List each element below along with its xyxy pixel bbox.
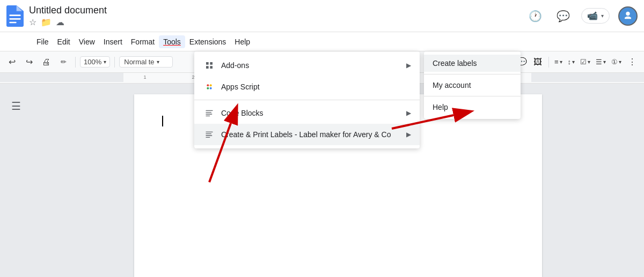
svg-rect-5 — [531, 71, 644, 82]
menu-extensions[interactable]: Extensions — [185, 35, 230, 48]
zoom-selector[interactable]: 100% ▾ — [80, 56, 110, 68]
undo-button[interactable]: ↩ — [4, 55, 19, 70]
addons-arrow: ▶ — [406, 62, 411, 69]
video-call-button[interactable]: 📹 ▾ — [581, 8, 610, 24]
checklist-dropdown[interactable]: ☑ ▾ — [578, 57, 592, 67]
svg-point-17 — [210, 84, 212, 86]
zoom-value: 100% — [84, 58, 101, 66]
folder-icon[interactable]: 📁 — [41, 17, 52, 27]
svg-point-19 — [210, 87, 212, 89]
labels-submenu: Create labels My account Help — [424, 51, 521, 119]
menu-format[interactable]: Format — [127, 35, 159, 48]
addons-label: Add-ons — [221, 61, 406, 70]
svg-point-16 — [207, 84, 209, 86]
svg-rect-23 — [206, 116, 210, 116]
code-blocks-icon — [203, 107, 216, 119]
addons-icon — [203, 59, 216, 72]
apps-script-icon — [203, 80, 216, 93]
submenu-sep-1 — [424, 74, 521, 74]
line-spacing-dropdown[interactable]: ↕ ▾ — [566, 57, 577, 67]
list-dropdown[interactable]: ☰ ▾ — [594, 57, 608, 67]
extensions-dropdown: Add-ons ▶ Apps Script Code Blocks ▶ Crea… — [194, 51, 420, 148]
comments-button[interactable]: 💬 — [553, 6, 573, 26]
user-avatar[interactable] — [618, 6, 638, 26]
svg-rect-22 — [206, 114, 212, 114]
more-options-button[interactable]: ⋮ — [625, 55, 640, 70]
menu-insert[interactable]: Insert — [99, 35, 127, 48]
submenu-sep-2 — [424, 96, 521, 96]
paint-format-button[interactable]: ✏ — [56, 55, 71, 70]
svg-rect-25 — [206, 133, 211, 134]
docs-logo-icon — [6, 5, 24, 27]
style-value: Normal te — [124, 58, 154, 66]
numlist-dropdown[interactable]: ① ▾ — [609, 57, 624, 67]
document-title[interactable]: Untitled document — [29, 5, 107, 16]
menu-help[interactable]: Help — [230, 35, 254, 48]
top-right-icons: 🕐 💬 📹 ▾ — [525, 6, 638, 26]
labels-arrow: ▶ — [406, 131, 411, 138]
svg-text:1: 1 — [143, 74, 146, 80]
paragraph-style-selector[interactable]: Normal te ▾ — [119, 56, 173, 68]
style-arrow: ▾ — [157, 59, 159, 65]
create-labels-item[interactable]: Create labels — [424, 55, 521, 72]
code-blocks-menu-item[interactable]: Code Blocks ▶ — [194, 102, 420, 124]
labels-icon — [203, 128, 216, 141]
svg-rect-24 — [206, 132, 213, 132]
menu-file[interactable]: File — [32, 35, 53, 48]
cloud-icon[interactable]: ☁ — [56, 17, 64, 27]
code-blocks-arrow: ▶ — [406, 109, 411, 117]
menu-view[interactable]: View — [75, 35, 99, 48]
top-bar: Untitled document ☆ 📁 ☁ 🕐 💬 📹 ▾ — [0, 0, 644, 32]
my-account-label: My account — [433, 81, 471, 89]
svg-rect-21 — [206, 112, 211, 113]
toolbar-sep-1 — [75, 57, 76, 68]
labels-label: Create & Print Labels - Label maker for … — [221, 130, 406, 139]
code-blocks-label: Code Blocks — [221, 109, 406, 117]
menu-bar: File Edit View Insert Format Tools Exten… — [0, 32, 644, 51]
svg-rect-4 — [0, 71, 123, 82]
create-labels-label: Create labels — [433, 59, 477, 68]
menu-tools[interactable]: Tools — [159, 35, 185, 48]
my-account-item[interactable]: My account — [424, 77, 521, 94]
outline-icon[interactable]: ☰ — [11, 100, 21, 113]
labels-menu-item[interactable]: Create & Print Labels - Label maker for … — [194, 124, 420, 145]
svg-rect-0 — [9, 14, 20, 16]
insert-image-button[interactable]: 🖼 — [530, 55, 545, 70]
video-dropdown-arrow: ▾ — [601, 13, 604, 19]
dropdown-separator-1 — [194, 100, 420, 100]
text-cursor — [162, 116, 163, 126]
menu-edit[interactable]: Edit — [53, 35, 75, 48]
redo-button[interactable]: ↪ — [21, 55, 36, 70]
svg-rect-26 — [206, 135, 212, 136]
help-label: Help — [433, 103, 448, 111]
toolbar-sep-3 — [548, 57, 549, 68]
left-panel: ☰ — [0, 84, 32, 277]
align-dropdown[interactable]: ≡ ▾ — [552, 57, 565, 67]
svg-rect-1 — [9, 18, 20, 20]
toolbar-sep-2 — [114, 57, 115, 68]
title-section: Untitled document ☆ 📁 ☁ — [29, 5, 107, 27]
addons-menu-item[interactable]: Add-ons ▶ — [194, 55, 420, 76]
print-button[interactable]: 🖨 — [39, 55, 54, 70]
svg-rect-2 — [9, 21, 16, 23]
help-item[interactable]: Help — [424, 99, 521, 116]
svg-rect-27 — [206, 137, 210, 138]
history-button[interactable]: 🕐 — [525, 6, 545, 26]
star-icon[interactable]: ☆ — [29, 17, 36, 27]
apps-script-label: Apps Script — [221, 83, 411, 91]
apps-script-menu-item[interactable]: Apps Script — [194, 76, 420, 98]
video-icon: 📹 — [587, 11, 598, 21]
zoom-arrow: ▾ — [104, 59, 106, 65]
svg-rect-20 — [206, 110, 213, 111]
title-icons: ☆ 📁 ☁ — [29, 17, 107, 27]
svg-point-18 — [207, 87, 209, 89]
